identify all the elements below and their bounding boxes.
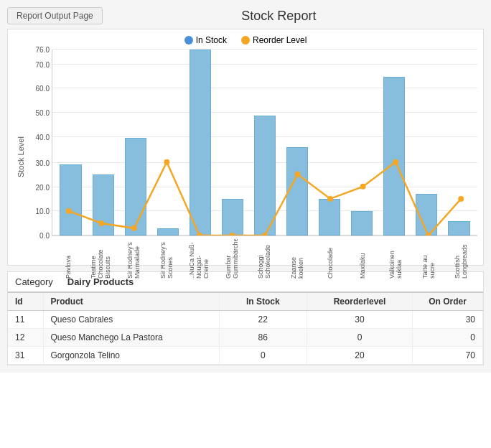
legend-reorder: Reorder Level [241, 35, 307, 45]
data-table: Id Product In Stock Reorderlevel On Orde… [8, 293, 483, 365]
header-row: Report Output Page Stock Report [7, 7, 484, 24]
bars-container [52, 50, 477, 235]
bar-10 [383, 77, 405, 236]
x-label-text-5: Gumbar Gummibärchen [225, 239, 239, 279]
x-label-text-12: Scottish Longbreads [454, 239, 468, 279]
cell-product-0: Queso Cabrales [43, 311, 219, 329]
cell-id-0: 11 [8, 311, 43, 329]
bar-3 [157, 228, 179, 235]
bar-0 [60, 164, 81, 235]
x-label-text-2: Sir Rodney's Marmalade [126, 239, 141, 279]
report-output-button[interactable]: Report Output Page [7, 7, 103, 24]
x-label-item-0: Pavlova [52, 236, 85, 279]
x-label-text-3: Sir Rodney's Scones [159, 239, 174, 279]
chart-inner: 76.0 70.0 60.0 50.0 40.0 30.0 20.0 10.0 … [27, 50, 477, 265]
x-label-text-10: Valkoinen suklaa [388, 239, 403, 279]
cell-instock-0: 22 [219, 311, 307, 329]
bar-group [347, 50, 378, 235]
table-header-row: Id Product In Stock Reorderlevel On Orde… [8, 293, 483, 311]
cell-onorder-2: 70 [413, 347, 483, 365]
bar-1 [93, 174, 114, 235]
cell-reorder-1: 0 [307, 329, 413, 347]
in-stock-label: In Stock [196, 35, 227, 45]
y-label-0: 0.0 [39, 232, 50, 240]
chart-area: Stock Level 76.0 70.0 60.0 50.0 40.0 30.… [14, 50, 477, 265]
col-header-id: Id [8, 293, 43, 311]
y-label-50: 50.0 [36, 109, 50, 117]
cell-instock-1: 86 [219, 329, 307, 347]
bar-group [55, 50, 86, 235]
y-label-10: 10.0 [36, 207, 50, 215]
x-label-text-4: ..NuCa Nuß-Nougat-Creme [188, 239, 210, 279]
bar-group [217, 50, 248, 235]
x-label-text-6: Schoggi Schokolade [257, 239, 271, 279]
bar-group [120, 50, 151, 235]
col-header-reorder: Reorderlevel [307, 293, 413, 311]
y-label-76: 76.0 [36, 46, 50, 54]
grid-and-bars: 76.0 70.0 60.0 50.0 40.0 30.0 20.0 10.0 … [52, 50, 477, 236]
chart-legend: In Stock Reorder Level [14, 35, 477, 45]
table-body: 11Queso Cabrales22303012Queso Manchego L… [8, 311, 483, 365]
chart-container: In Stock Reorder Level Stock Level 76.0 … [7, 29, 484, 266]
x-labels: PavlovaTeatime Chocolate BiscuitsSir Rod… [52, 236, 477, 279]
cell-instock-2: 0 [219, 347, 307, 365]
bar-11 [416, 194, 437, 235]
cell-product-2: Gorgonzola Telino [43, 347, 219, 365]
x-label-text-7: Zaanse koeken [290, 239, 304, 279]
y-axis-label: Stock Level [14, 50, 27, 265]
x-label-item-9: Maxilaku [346, 236, 379, 279]
legend-in-stock: In Stock [184, 35, 227, 45]
x-label-text-0: Pavlova [65, 239, 72, 279]
in-stock-dot [184, 36, 193, 45]
table-row: 31Gorgonzola Telino02070 [8, 347, 483, 365]
y-labels: 76.0 70.0 60.0 50.0 40.0 30.0 20.0 10.0 … [27, 50, 52, 235]
table-row: 12Queso Manchego La Pastora8600 [8, 329, 483, 347]
reorder-dot [241, 36, 250, 45]
x-label-text-8: Chocolade [327, 239, 334, 279]
x-label-item-2: Sir Rodney's Marmalade [117, 236, 150, 279]
bar-2 [125, 138, 146, 235]
cell-reorder-2: 20 [307, 347, 413, 365]
bar-group [411, 50, 442, 235]
bar-7 [286, 147, 308, 235]
bar-4 [190, 50, 211, 235]
bar-6 [254, 116, 276, 235]
y-label-70: 70.0 [36, 60, 50, 68]
col-header-onorder: On Order [413, 293, 483, 311]
y-label-60: 60.0 [36, 85, 50, 93]
col-header-product: Product [43, 293, 219, 311]
x-label-item-7: Zaanse koeken [281, 236, 314, 279]
x-label-item-5: Gumbar Gummibärchen [215, 236, 248, 279]
table-section: Category Dairy Products Id Product In St… [7, 271, 484, 365]
x-label-item-1: Teatime Chocolate Biscuits [85, 236, 118, 279]
col-header-instock: In Stock [219, 293, 307, 311]
reorder-label: Reorder Level [253, 35, 307, 45]
x-label-item-3: Sir Rodney's Scones [150, 236, 183, 279]
bar-5 [222, 199, 243, 235]
x-label-item-12: Scottish Longbreads [444, 236, 477, 279]
x-label-item-4: ..NuCa Nuß-Nougat-Creme [182, 236, 215, 279]
bar-group [249, 50, 280, 235]
bar-group [282, 50, 313, 235]
cell-id-2: 31 [8, 347, 43, 365]
bar-8 [319, 199, 340, 235]
category-label: Category [15, 276, 53, 287]
page-wrapper: Report Output Page Stock Report In Stock… [0, 0, 491, 373]
bar-group [152, 50, 183, 235]
x-label-item-11: Tarte au sucre [412, 236, 445, 279]
bar-group [184, 50, 215, 235]
bar-group [379, 50, 410, 235]
bar-group [314, 50, 345, 235]
cell-onorder-0: 30 [413, 311, 483, 329]
cell-reorder-0: 30 [307, 311, 413, 329]
bar-group [88, 50, 118, 235]
cell-product-1: Queso Manchego La Pastora [43, 329, 219, 347]
x-label-text-1: Teatime Chocolate Biscuits [90, 239, 111, 279]
bar-group [444, 50, 474, 235]
x-label-item-10: Valkoinen suklaa [379, 236, 412, 279]
x-label-item-8: Chocolade [314, 236, 347, 279]
bar-9 [351, 211, 373, 235]
bar-12 [448, 221, 469, 235]
table-row: 11Queso Cabrales223030 [8, 311, 483, 329]
y-label-30: 30.0 [36, 159, 50, 167]
